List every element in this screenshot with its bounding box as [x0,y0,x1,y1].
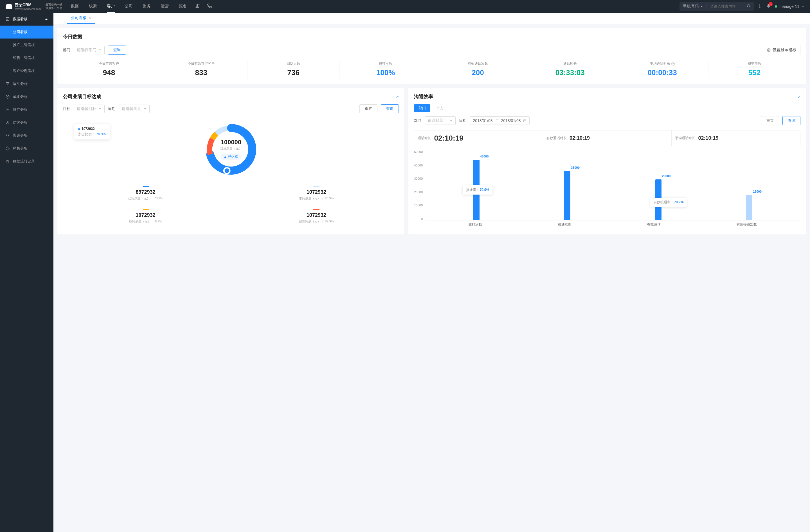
call-time-summary: 通话时长02:10:19有效通话时长02:10:19平均通话时长02:10:19 [414,130,800,146]
thumbs-up-icon [224,155,227,158]
svg-rect-3 [759,4,761,7]
stat-3: 拨打次数100% [340,60,432,78]
sidebar-item-2[interactable]: 推广分析 [0,103,53,116]
nav-item-6[interactable]: 报名 [179,0,187,13]
phone-icon[interactable] [207,3,212,9]
content-scroll: 今日数据 部门 请选择部门 查询 设置显示指标 今日首咨客户948今日有效首咨客… [53,24,810,532]
search-input[interactable] [707,4,743,9]
flow-icon [6,160,10,163]
stat-0: 今日首咨客户948 [63,60,155,78]
date-range-input[interactable]: 2018/01/08 至 2018/01/08 [470,116,529,125]
mobile-icon[interactable] [758,4,762,9]
dept-label: 部门 [63,48,70,53]
user-menu[interactable]: manager11 [775,4,804,9]
nav-item-5[interactable]: 运营 [161,0,169,13]
sidebar-sub-0[interactable]: 公司看板 [0,26,53,38]
cloud-icon [6,4,12,9]
sidebar-item-0[interactable]: 漏斗分析 [0,77,53,90]
query-button[interactable]: 查询 [108,46,126,54]
channel-icon [6,134,10,137]
donut-legend: 8972932已完成量（元） | 70.9%1072932未完成量（元） | 2… [63,186,399,223]
info-icon[interactable]: ? [671,62,675,66]
svg-point-9 [768,49,770,51]
header-tool-icons [195,3,212,9]
sidebar-item-4[interactable]: 渠道分析 [0,129,53,142]
period-label: 周期 [108,106,115,111]
nav-item-3[interactable]: 公海 [125,0,133,13]
today-stats: 今日首咨客户948今日有效首咨客户833回访人数736拨打次数100%有效通话次… [63,60,800,78]
bell-icon[interactable]: 5 [766,4,771,9]
nav-item-4[interactable]: 财务 [143,0,151,13]
x-label: 接通次数 [558,222,571,227]
sidebar-item-3[interactable]: 访客分析 [0,116,53,129]
visitor-icon [6,121,10,124]
goal-card: 公司业绩目标达成 ⤢ 目标 请选择目标 周期 请选择周期 [58,88,404,234]
dashboard-icon [6,17,10,21]
stat-4: 有效通话次数200 [432,60,524,78]
add-user-icon[interactable] [195,3,200,9]
calendar-icon [523,119,526,122]
chart-icon [6,108,10,112]
legend-3: 1072932超额完成（元） | 89.9% [234,209,399,223]
svg-point-14 [224,168,230,174]
seg-dept[interactable]: 部门 [414,104,430,112]
x-label: 有效接通次数 [736,222,757,227]
donut-tooltip: 1072932 所占比例：70.9% [74,124,110,139]
achieved-badge: 已达成 [221,153,241,160]
date-label: 日期 [459,118,466,123]
comm-reset-button[interactable]: 重置 [761,116,779,125]
sidebar-item-5[interactable]: 销售分析 [0,142,53,155]
search-icon[interactable] [743,4,754,9]
legend-0: 8972932已完成量（元） | 70.9% [63,186,228,200]
expand-icon-comm[interactable]: ⤢ [798,95,800,99]
comm-card: 沟通效率 ⤢ 部门 个人 部门 请选择部门 日期 [408,88,806,234]
target-select[interactable]: 请选择目标 [74,105,104,113]
stat-7: 成交单数552 [709,60,800,78]
reset-button[interactable]: 重置 [359,104,377,113]
goal-title: 公司业绩目标达成 [63,93,101,100]
sidebar-group-label: 数据看板 [13,17,28,22]
clock-icon [6,95,10,99]
sidebar-sub-3[interactable]: 客户经理看板 [0,64,53,77]
sidebar-item-6[interactable]: 数据流转记录 [0,155,53,168]
svg-point-2 [747,4,750,7]
tab-label: 公司看板 [71,15,87,20]
comm-dept-select[interactable]: 请选择部门 [425,116,456,125]
main-area: 公司看板 ✕ 今日数据 部门 请选择部门 查询 设置显示指标 [53,13,810,532]
sidebar-item-1[interactable]: 成本分析 [0,90,53,103]
logo-url: www.yunduocrm.com [15,7,41,11]
tab-bar: 公司看板 ✕ [53,13,810,24]
tab-company-board[interactable]: 公司看板 ✕ [67,13,95,23]
logo-tagline: 教育机构一站 式服务云平台 [43,3,62,10]
sidebar-group-dashboard[interactable]: 数据看板 [0,13,53,26]
comm-query-button[interactable]: 查询 [782,116,800,125]
sidebar-sub-2[interactable]: 销售主管看板 [0,51,53,64]
nav-item-2[interactable]: 客户 [107,0,115,13]
sidebar-sub-1[interactable]: 推广主管看板 [0,38,53,51]
period-select[interactable]: 请选择周期 [119,105,150,113]
chart-tooltip-1: 接通率：70.9% [463,185,492,195]
dept-select[interactable]: 请选择部门 [74,46,104,54]
stat-6: 平均通话时长?00:00:33 [616,60,709,78]
nav-item-0[interactable]: 数据 [71,0,79,13]
gear-icon [767,48,771,52]
nav-item-1[interactable]: 线索 [89,0,97,13]
comm-segment: 部门 个人 [414,104,800,112]
close-icon[interactable]: ✕ [88,16,91,20]
top-nav: 数据线索客户公海财务运营报名 [71,0,187,13]
donut-chart: 1072932 所占比例：70.9% 100000 目标总量（元） 已达成 [63,118,399,180]
stat-5: 通话时长03:33:03 [524,60,616,78]
logo-text: 云朵CRM [15,2,41,7]
x-label: 有效通话 [647,222,661,227]
metric-settings-button[interactable]: 设置显示指标 [763,45,800,55]
target-icon [6,147,10,150]
search-type-select[interactable]: 手机号码 [680,4,707,9]
donut-center: 100000 目标总量（元） 已达成 [220,139,242,160]
time-cell-1: 有效通话时长02:10:19 [543,131,672,146]
expand-icon[interactable]: ⤢ [396,95,399,99]
query-button-goal[interactable]: 查询 [381,104,399,113]
bar-chart: 50000400003000020000100000 4300035000290… [414,150,800,229]
tab-menu-icon[interactable] [56,13,67,23]
legend-2: 1072932应完成量（元） | 8.9% [63,209,228,223]
seg-personal[interactable]: 个人 [432,104,448,112]
